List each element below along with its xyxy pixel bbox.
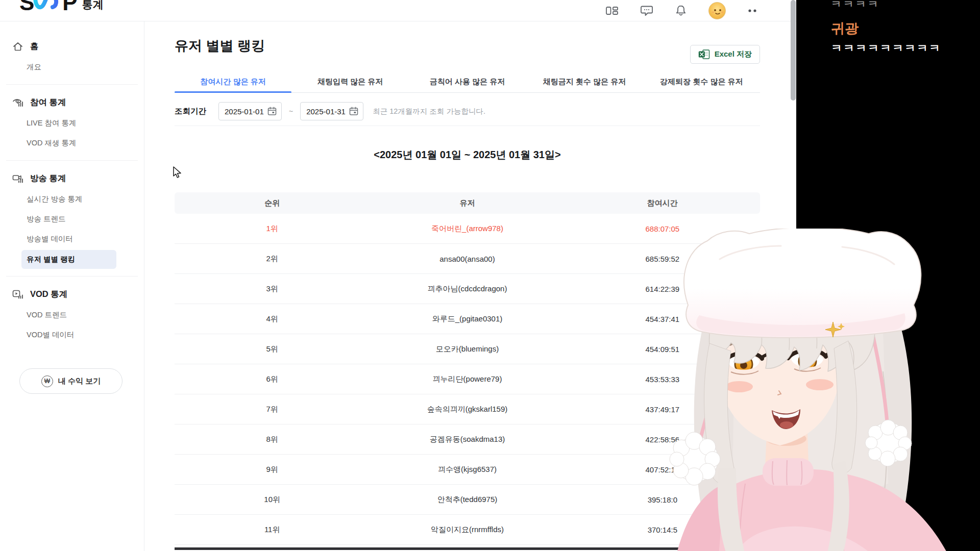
rank-cell: 5위 [175, 344, 370, 354]
tab-kick-count[interactable]: 강제퇴장 횟수 많은 유저 [643, 71, 760, 92]
top-header: S P 통계 [0, 0, 796, 21]
chat-message: ㅋㅋㅋㅋ [831, 0, 980, 11]
excel-save-button[interactable]: Excel 저장 [690, 45, 760, 64]
tab-chat-input[interactable]: 채팅입력 많은 유저 [291, 71, 408, 92]
time-cell: 685:59:52 [565, 255, 760, 263]
start-date-value: 2025-01-01 [225, 107, 264, 116]
table-header-row: 순위 유저 참여시간 [175, 192, 760, 214]
table-row: 5위 모오카(bluemings) 454:09:51 [175, 334, 760, 364]
sidebar-section-vod[interactable]: VOD 통계 [0, 284, 144, 305]
time-cell: 395:18:0 [565, 495, 760, 504]
user-cell: 모오카(bluemings) [370, 344, 565, 354]
user-cell: 숲속의끠끼(gkskarl159) [370, 405, 565, 414]
sidebar-item-broadcast-data[interactable]: 방송별 데이터 [0, 229, 144, 249]
sidebar: 홈 개요 참여 통계 LIVE 참여 통계 VOD 재생 통계 [0, 21, 144, 551]
rank-cell: 3위 [175, 284, 370, 294]
sidebar-section-label: 홈 [30, 41, 39, 52]
table-row: 8위 공겜유동(soakdma13) 422:58:56 [175, 424, 760, 455]
vod-stats-icon [12, 289, 23, 299]
start-date-input[interactable]: 2025-01-01 [218, 102, 282, 120]
user-cell: 끠추아님(cdcdcdragon) [370, 284, 565, 294]
ranking-table: 순위 유저 참여시간 1위 죽어버린_(arrow978) 688:07:05 … [175, 192, 760, 545]
table-row: 2위 ansa00(ansa00) 685:59:52 [175, 244, 760, 274]
table-row: 7위 숲속의끠끼(gkskarl159) 437:49:17 [175, 394, 760, 424]
logo-suffix: 통계 [82, 0, 104, 15]
soop-logo-text: S P [19, 0, 77, 15]
time-cell: 614:22:39 [565, 285, 760, 293]
profile-avatar[interactable] [708, 2, 726, 19]
bottom-edge-strip [175, 547, 760, 550]
table-row: 10위 안척추(tedd6975) 395:18:0 [175, 485, 760, 515]
tab-banned-words[interactable]: 금칙어 사용 많은 유저 [409, 71, 526, 92]
excel-save-label: Excel 저장 [715, 49, 752, 59]
column-time: 참여시간 [565, 198, 760, 208]
date-range-hint: 최근 12개월까지 조회 가능합니다. [373, 107, 485, 116]
user-cell: ansa00(ansa00) [370, 255, 565, 263]
sidebar-section-broadcast[interactable]: 방송 통계 [0, 168, 144, 189]
sidebar-item-live-participation[interactable]: LIVE 참여 통계 [0, 113, 144, 133]
table-row: 9위 끠수앵(kjsg6537) 407:52:10 [175, 455, 760, 485]
sidebar-item-realtime-broadcast[interactable]: 실시간 방송 통계 [0, 189, 144, 209]
rank-cell: 7위 [175, 405, 370, 414]
time-cell: 437:49:17 [565, 405, 760, 414]
excel-icon [698, 49, 710, 60]
chat-icon[interactable] [640, 5, 653, 17]
sidebar-item-overview[interactable]: 개요 [0, 57, 144, 77]
won-icon: ₩ [41, 375, 53, 387]
more-icon[interactable] [747, 8, 758, 13]
sidebar-item-vod-trend[interactable]: VOD 트렌드 [0, 305, 144, 325]
date-range-separator: ~ [289, 107, 293, 115]
notification-icon[interactable] [675, 5, 687, 17]
sidebar-section-label: 방송 통계 [30, 173, 66, 184]
sidebar-item-vod-playback[interactable]: VOD 재생 통계 [0, 133, 144, 153]
rank-cell: 1위 [175, 224, 370, 234]
soop-logo-loops-icon [33, 0, 63, 11]
rank-cell: 4위 [175, 314, 370, 324]
column-user: 유저 [370, 198, 565, 208]
calendar-icon [267, 107, 277, 116]
rank-cell: 8위 [175, 435, 370, 444]
end-date-input[interactable]: 2025-01-31 [300, 102, 363, 120]
table-row: 3위 끠추아님(cdcdcdragon) 614:22:39 [175, 274, 760, 304]
tab-participation-time[interactable]: 참여시간 많은 유저 [175, 71, 291, 92]
sidebar-section-label: 참여 통계 [30, 97, 66, 108]
sidebar-divider [6, 160, 138, 161]
my-revenue-label: 내 수익 보기 [58, 377, 101, 386]
time-cell: 407:52:10 [565, 465, 760, 474]
chat-message: ㅋㅋㅋㅋㅋㅋㅋㅋㅋ [831, 41, 980, 56]
rank-cell: 2위 [175, 254, 370, 264]
screen: S P 통계 [0, 0, 980, 551]
column-rank: 순위 [175, 198, 370, 208]
sidebar-divider [6, 84, 138, 85]
table-row: 4위 와루드_(pgitae0301) 454:37:41 [175, 304, 760, 334]
sidebar-section-participation[interactable]: 참여 통계 [0, 92, 144, 113]
header-icon-group [605, 0, 758, 21]
time-cell: 370:14:5 [565, 525, 760, 534]
ranking-tabs: 참여시간 많은 유저 채팅입력 많은 유저 금칙어 사용 많은 유저 채팅금지 … [175, 71, 760, 93]
soop-logo[interactable]: S P 통계 [19, 0, 104, 15]
time-cell: 454:37:41 [565, 315, 760, 323]
user-cell: 죽어버린_(arrow978) [370, 224, 565, 234]
time-cell: 422:58:56 [565, 435, 760, 444]
scrollbar-thumb[interactable] [791, 0, 796, 101]
user-cell: 악질이지요(rnrmfflds) [370, 525, 565, 535]
tab-chat-ban-count[interactable]: 채팅금지 횟수 많은 유저 [526, 71, 643, 92]
section-divider [175, 126, 760, 126]
soop-stats-page: S P 통계 [0, 0, 796, 551]
page-title: 유저 별별 랭킹 [175, 37, 265, 55]
sidebar-divider [6, 276, 138, 277]
table-row: 11위 악질이지요(rnrmfflds) 370:14:5 [175, 515, 760, 545]
multiview-icon[interactable] [605, 5, 619, 17]
sidebar-item-broadcast-trend[interactable]: 방송 트렌드 [0, 209, 144, 229]
user-cell: 와루드_(pgitae0301) [370, 314, 565, 324]
sidebar-item-vod-data[interactable]: VOD별 데이터 [0, 325, 144, 345]
home-icon [12, 41, 23, 52]
rank-cell: 6위 [175, 374, 370, 384]
sidebar-section-home[interactable]: 홈 [0, 36, 144, 57]
user-cell: 공겜유동(soakdma13) [370, 435, 565, 444]
period-heading: <2025년 01월 01일 ~ 2025년 01월 31일> [175, 148, 760, 162]
chat-nickname: 귀광 [831, 19, 980, 38]
date-filter-row: 조회기간 2025-01-01 ~ 2025-01-31 [175, 99, 485, 123]
my-revenue-button[interactable]: ₩ 내 수익 보기 [19, 368, 122, 394]
sidebar-item-user-ranking[interactable]: 유저 별별 랭킹 [21, 250, 116, 269]
